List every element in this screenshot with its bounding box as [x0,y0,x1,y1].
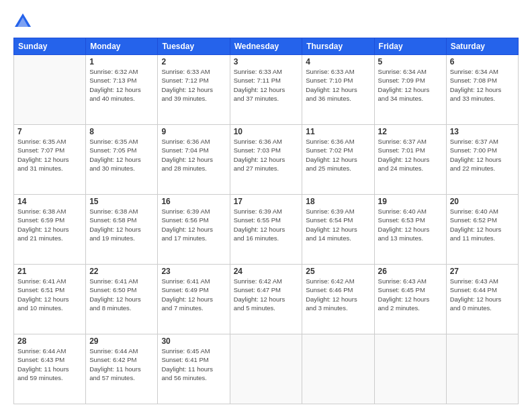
calendar-cell: 27Sunrise: 6:43 AM Sunset: 6:44 PM Dayli… [446,265,518,334]
calendar-cell: 18Sunrise: 6:39 AM Sunset: 6:54 PM Dayli… [302,195,374,265]
day-info: Sunrise: 6:38 AM Sunset: 6:58 PM Dayligh… [89,207,154,242]
week-row-2: 14Sunrise: 6:38 AM Sunset: 6:59 PM Dayli… [14,195,519,265]
day-info: Sunrise: 6:34 AM Sunset: 7:09 PM Dayligh… [378,67,443,103]
calendar-cell: 24Sunrise: 6:42 AM Sunset: 6:47 PM Dayli… [230,265,302,334]
calendar-cell: 30Sunrise: 6:45 AM Sunset: 6:41 PM Dayli… [158,334,230,404]
calendar-cell [302,334,374,404]
week-row-0: 1Sunrise: 6:32 AM Sunset: 7:13 PM Daylig… [14,55,519,125]
calendar-cell: 28Sunrise: 6:44 AM Sunset: 6:43 PM Dayli… [14,334,86,404]
calendar-cell: 25Sunrise: 6:42 AM Sunset: 6:46 PM Dayli… [302,265,374,334]
calendar-cell: 19Sunrise: 6:40 AM Sunset: 6:53 PM Dayli… [374,195,446,265]
day-info: Sunrise: 6:40 AM Sunset: 6:52 PM Dayligh… [450,207,515,242]
day-info: Sunrise: 6:36 AM Sunset: 7:04 PM Dayligh… [161,137,226,173]
day-info: Sunrise: 6:33 AM Sunset: 7:11 PM Dayligh… [234,67,299,103]
day-number: 5 [378,57,443,66]
day-number: 14 [17,197,82,206]
week-row-3: 21Sunrise: 6:41 AM Sunset: 6:51 PM Dayli… [14,265,519,334]
calendar-cell: 23Sunrise: 6:41 AM Sunset: 6:49 PM Dayli… [158,265,230,334]
calendar-cell: 20Sunrise: 6:40 AM Sunset: 6:52 PM Dayli… [446,195,518,265]
calendar-cell: 5Sunrise: 6:34 AM Sunset: 7:09 PM Daylig… [374,55,446,125]
calendar-cell: 22Sunrise: 6:41 AM Sunset: 6:50 PM Dayli… [86,265,158,334]
calendar-cell [374,334,446,404]
calendar-cell: 15Sunrise: 6:38 AM Sunset: 6:58 PM Dayli… [86,195,158,265]
calendar-cell [14,55,86,125]
day-info: Sunrise: 6:36 AM Sunset: 7:02 PM Dayligh… [306,137,370,173]
week-row-4: 28Sunrise: 6:44 AM Sunset: 6:43 PM Dayli… [14,334,519,404]
calendar-header-sunday: Sunday [14,38,86,55]
day-number: 4 [306,57,370,66]
day-info: Sunrise: 6:32 AM Sunset: 7:13 PM Dayligh… [89,67,154,103]
day-number: 2 [161,57,226,66]
calendar-header-row: SundayMondayTuesdayWednesdayThursdayFrid… [14,38,519,55]
calendar-cell: 3Sunrise: 6:33 AM Sunset: 7:11 PM Daylig… [230,55,302,125]
day-number: 3 [234,57,299,66]
calendar-cell: 12Sunrise: 6:37 AM Sunset: 7:01 PM Dayli… [374,125,446,195]
calendar-cell: 26Sunrise: 6:43 AM Sunset: 6:45 PM Dayli… [374,265,446,334]
day-info: Sunrise: 6:41 AM Sunset: 6:49 PM Dayligh… [161,277,226,312]
calendar-cell: 29Sunrise: 6:44 AM Sunset: 6:42 PM Dayli… [86,334,158,404]
day-number: 16 [161,197,226,206]
calendar-cell: 17Sunrise: 6:39 AM Sunset: 6:55 PM Dayli… [230,195,302,265]
day-number: 8 [89,127,154,136]
day-number: 19 [378,197,443,206]
day-number: 28 [17,336,82,346]
day-info: Sunrise: 6:44 AM Sunset: 6:43 PM Dayligh… [17,347,82,382]
day-info: Sunrise: 6:39 AM Sunset: 6:56 PM Dayligh… [161,207,226,242]
day-info: Sunrise: 6:37 AM Sunset: 7:01 PM Dayligh… [378,137,443,173]
calendar-header-saturday: Saturday [446,38,518,55]
day-info: Sunrise: 6:43 AM Sunset: 6:44 PM Dayligh… [450,277,515,312]
day-info: Sunrise: 6:35 AM Sunset: 7:05 PM Dayligh… [89,137,154,173]
day-number: 1 [89,57,154,66]
day-number: 25 [306,267,370,276]
day-number: 29 [89,336,154,346]
day-number: 6 [450,57,515,66]
day-info: Sunrise: 6:40 AM Sunset: 6:53 PM Dayligh… [378,207,443,242]
day-info: Sunrise: 6:39 AM Sunset: 6:54 PM Dayligh… [306,207,370,242]
day-info: Sunrise: 6:42 AM Sunset: 6:47 PM Dayligh… [234,277,299,312]
calendar-header-friday: Friday [374,38,446,55]
day-number: 11 [306,127,370,136]
day-number: 17 [234,197,299,206]
day-number: 27 [450,267,515,276]
day-info: Sunrise: 6:45 AM Sunset: 6:41 PM Dayligh… [161,347,226,382]
calendar-cell: 1Sunrise: 6:32 AM Sunset: 7:13 PM Daylig… [86,55,158,125]
calendar-cell: 4Sunrise: 6:33 AM Sunset: 7:10 PM Daylig… [302,55,374,125]
day-info: Sunrise: 6:36 AM Sunset: 7:03 PM Dayligh… [234,137,299,173]
calendar-cell: 7Sunrise: 6:35 AM Sunset: 7:07 PM Daylig… [14,125,86,195]
calendar-cell: 8Sunrise: 6:35 AM Sunset: 7:05 PM Daylig… [86,125,158,195]
logo-icon [13,12,32,31]
day-number: 12 [378,127,443,136]
calendar-header-tuesday: Tuesday [158,38,230,55]
calendar: SundayMondayTuesdayWednesdayThursdayFrid… [13,38,519,404]
calendar-header-monday: Monday [86,38,158,55]
day-number: 26 [378,267,443,276]
calendar-cell: 13Sunrise: 6:37 AM Sunset: 7:00 PM Dayli… [446,125,518,195]
day-number: 9 [161,127,226,136]
day-info: Sunrise: 6:33 AM Sunset: 7:12 PM Dayligh… [161,67,226,103]
calendar-cell [446,334,518,404]
day-number: 21 [17,267,82,276]
day-number: 23 [161,267,226,276]
day-info: Sunrise: 6:41 AM Sunset: 6:50 PM Dayligh… [89,277,154,312]
day-number: 13 [450,127,515,136]
day-info: Sunrise: 6:42 AM Sunset: 6:46 PM Dayligh… [306,277,370,312]
day-number: 10 [234,127,299,136]
day-info: Sunrise: 6:43 AM Sunset: 6:45 PM Dayligh… [378,277,443,312]
day-info: Sunrise: 6:38 AM Sunset: 6:59 PM Dayligh… [17,207,82,242]
calendar-cell: 2Sunrise: 6:33 AM Sunset: 7:12 PM Daylig… [158,55,230,125]
week-row-1: 7Sunrise: 6:35 AM Sunset: 7:07 PM Daylig… [14,125,519,195]
calendar-cell: 11Sunrise: 6:36 AM Sunset: 7:02 PM Dayli… [302,125,374,195]
calendar-cell: 9Sunrise: 6:36 AM Sunset: 7:04 PM Daylig… [158,125,230,195]
calendar-header-wednesday: Wednesday [230,38,302,55]
day-info: Sunrise: 6:39 AM Sunset: 6:55 PM Dayligh… [234,207,299,242]
calendar-cell: 16Sunrise: 6:39 AM Sunset: 6:56 PM Dayli… [158,195,230,265]
day-info: Sunrise: 6:35 AM Sunset: 7:07 PM Dayligh… [17,137,82,173]
calendar-cell: 21Sunrise: 6:41 AM Sunset: 6:51 PM Dayli… [14,265,86,334]
logo [13,12,35,31]
day-info: Sunrise: 6:37 AM Sunset: 7:00 PM Dayligh… [450,137,515,173]
day-info: Sunrise: 6:33 AM Sunset: 7:10 PM Dayligh… [306,67,370,103]
day-info: Sunrise: 6:41 AM Sunset: 6:51 PM Dayligh… [17,277,82,312]
calendar-cell [230,334,302,404]
calendar-header-thursday: Thursday [302,38,374,55]
day-info: Sunrise: 6:44 AM Sunset: 6:42 PM Dayligh… [89,347,154,382]
